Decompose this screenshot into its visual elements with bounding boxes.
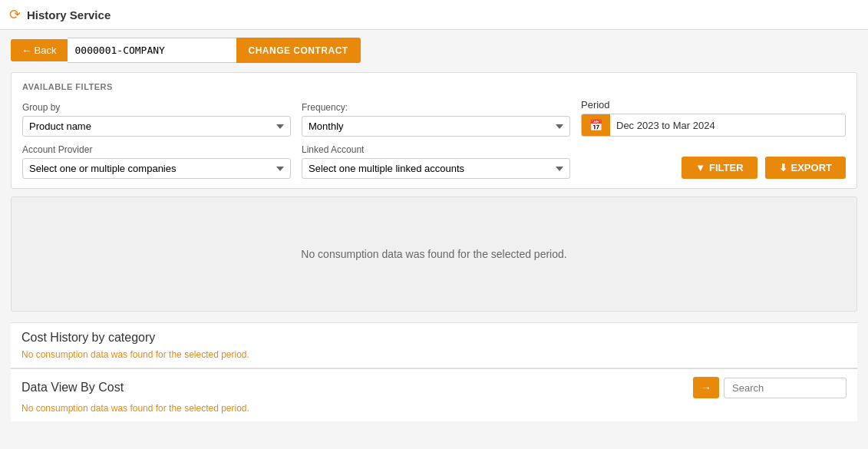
cost-history-title: Cost History by category [21,331,847,345]
change-contract-button[interactable]: CHANGE CONTRACT [236,38,361,63]
linked-account-group: Linked Account Select one multiple linke… [302,144,570,179]
period-input-wrapper: 📅 [581,114,846,137]
no-data-area: No consumption data was found for the se… [11,196,857,312]
filter-button[interactable]: ▼ FILTER [682,157,757,179]
filters-second-row: Account Provider Select one or multiple … [22,144,846,179]
action-buttons: ▼ FILTER ⬇ EXPORT [682,157,846,179]
frequency-select[interactable]: Monthly Daily Weekly Yearly [302,116,570,137]
period-group: Period 📅 [581,99,846,137]
frequency-label: Frequency: [302,102,570,113]
group-by-select[interactable]: Product name Category Service [22,116,291,137]
group-by-label: Group by [22,102,291,113]
data-view-actions: → [693,377,847,398]
data-view-no-data: No consumption data was found for the se… [21,403,847,414]
export-button[interactable]: ⬇ EXPORT [765,157,846,179]
main-container: ← Back CHANGE CONTRACT AVAILABLE FILTERS… [0,30,868,429]
frequency-group: Frequency: Monthly Daily Weekly Yearly [302,102,570,137]
contract-input[interactable] [68,38,236,63]
filter-label: FILTER [709,162,744,173]
data-view-header: Data View By Cost → [21,377,847,398]
top-bar: ← Back CHANGE CONTRACT [11,38,857,63]
no-data-message: No consumption data was found for the se… [301,248,566,260]
calendar-button[interactable]: 📅 [582,114,610,136]
data-view-icon-button[interactable]: → [693,377,719,398]
account-provider-select[interactable]: Select one or multiple companies [22,158,291,179]
back-button[interactable]: ← Back [11,39,68,61]
search-input[interactable] [724,378,847,398]
account-provider-group: Account Provider Select one or multiple … [22,144,291,179]
linked-account-select[interactable]: Select one multiple linked accounts [302,158,570,179]
data-view-title: Data View By Cost [21,381,124,395]
app-title: History Service [27,8,111,21]
export-label: EXPORT [791,162,832,173]
app-header: ⟳ History Service [0,0,868,30]
filters-title: AVAILABLE FILTERS [22,82,846,91]
period-input[interactable] [610,116,845,135]
group-by-group: Group by Product name Category Service [22,102,291,137]
history-icon: ⟳ [9,6,21,23]
cost-history-no-data: No consumption data was found for the se… [21,349,847,360]
period-label: Period [581,99,846,111]
filter-icon: ▼ [695,162,705,173]
cost-history-section: Cost History by category No consumption … [11,322,857,368]
filters-main-row: Group by Product name Category Service F… [22,99,846,137]
export-icon: ⬇ [779,162,787,173]
account-provider-label: Account Provider [22,144,291,155]
filters-panel: AVAILABLE FILTERS Group by Product name … [11,72,857,189]
linked-account-label: Linked Account [302,144,570,155]
data-view-section: Data View By Cost → No consumption data … [11,368,857,421]
